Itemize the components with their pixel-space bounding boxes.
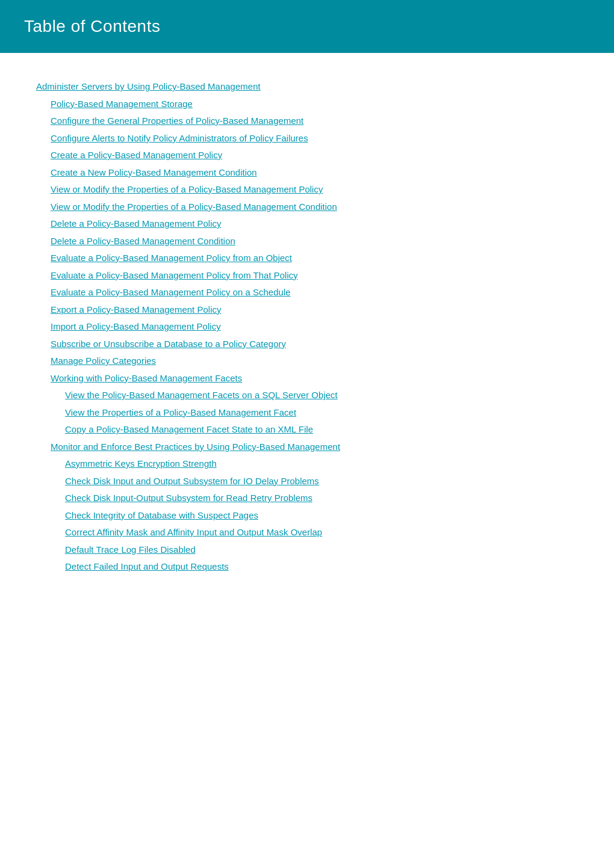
toc-item-28[interactable]: Detect Failed Input and Output Requests [65,558,578,576]
page-title: Table of Contents [24,17,590,36]
toc-item-25[interactable]: Check Integrity of Database with Suspect… [65,507,578,525]
toc-item-8[interactable]: Delete a Policy-Based Management Policy [51,215,578,233]
toc-item-22[interactable]: Asymmetric Keys Encryption Strength [65,455,578,473]
toc-item-5[interactable]: Create a New Policy-Based Management Con… [51,164,578,182]
toc-item-0[interactable]: Administer Servers by Using Policy-Based… [36,78,578,96]
toc-item-14[interactable]: Import a Policy-Based Management Policy [51,318,578,336]
toc-item-21[interactable]: Monitor and Enforce Best Practices by Us… [51,439,578,456]
toc-item-11[interactable]: Evaluate a Policy-Based Management Polic… [51,267,578,285]
toc-item-10[interactable]: Evaluate a Policy-Based Management Polic… [51,250,578,267]
toc-item-26[interactable]: Correct Affinity Mask and Affinity Input… [65,524,578,541]
toc-item-12[interactable]: Evaluate a Policy-Based Management Polic… [51,284,578,301]
toc-item-16[interactable]: Manage Policy Categories [51,352,578,370]
toc-item-4[interactable]: Create a Policy-Based Management Policy [51,147,578,164]
toc-item-24[interactable]: Check Disk Input-Output Subsystem for Re… [65,490,578,507]
toc-item-7[interactable]: View or Modify the Properties of a Polic… [51,199,578,216]
toc-item-17[interactable]: Working with Policy-Based Management Fac… [51,370,578,387]
toc-item-1[interactable]: Policy-Based Management Storage [51,96,578,113]
toc-item-18[interactable]: View the Policy-Based Management Facets … [65,387,578,404]
toc-item-6[interactable]: View or Modify the Properties of a Polic… [51,181,578,199]
toc-item-15[interactable]: Subscribe or Unsubscribe a Database to a… [51,336,578,353]
toc-container: Administer Servers by Using Policy-Based… [0,72,614,600]
toc-item-23[interactable]: Check Disk Input and Output Subsystem fo… [65,473,578,490]
toc-item-13[interactable]: Export a Policy-Based Management Policy [51,301,578,319]
toc-item-27[interactable]: Default Trace Log Files Disabled [65,541,578,559]
header-banner: Table of Contents [0,0,614,53]
toc-item-2[interactable]: Configure the General Properties of Poli… [51,112,578,130]
toc-item-9[interactable]: Delete a Policy-Based Management Conditi… [51,233,578,250]
toc-item-19[interactable]: View the Properties of a Policy-Based Ma… [65,404,578,422]
toc-item-3[interactable]: Configure Alerts to Notify Policy Admini… [51,130,578,147]
toc-item-20[interactable]: Copy a Policy-Based Management Facet Sta… [65,421,578,439]
